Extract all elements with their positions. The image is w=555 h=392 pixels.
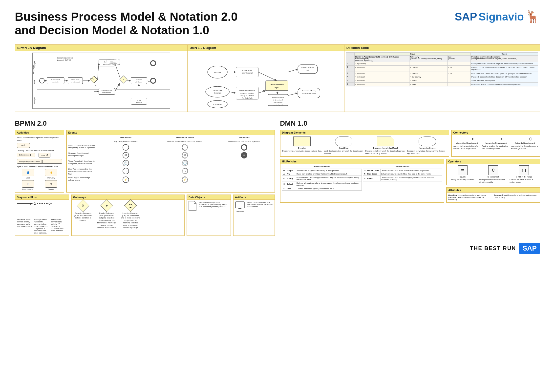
dt-row-4: 4 = individual = EU country Passport, pa…: [346, 75, 538, 79]
svg-rect-95: [235, 202, 244, 208]
sequence-flow-title: Sequence Flow: [15, 195, 69, 200]
info-req-connector: [459, 137, 474, 141]
gateways-title: Gateways: [72, 195, 184, 200]
svg-rect-20: [99, 88, 115, 95]
dmn-elements-grid: Decision Deter-mining a result value bas…: [282, 137, 447, 155]
svg-marker-101: [501, 138, 503, 140]
multiple-icon: |||: [41, 160, 43, 163]
svg-text:X: X: [123, 79, 124, 80]
svg-line-83: [258, 72, 277, 81]
reference-sections: BPMN 2.0 Activities Tasks: Activities wh…: [15, 119, 540, 238]
dmn-diagram-box: DMN 1.0 Diagram Amount Identification do…: [188, 45, 344, 112]
svg-text:Prevention of Money: Prevention of Money: [302, 90, 316, 92]
brand-tagline: THE BEST RUN: [470, 245, 516, 252]
svg-line-82: [230, 92, 236, 93]
svg-text:Decision requirements: Decision requirements: [57, 57, 73, 59]
sequence-flow-body: Sequence Flows connect events, gateways,…: [15, 200, 69, 235]
svg-text:Define decision: Define decision: [270, 83, 284, 85]
gateways-panel: Gateways ✕ Exclusive Gateways (XOR) are …: [71, 195, 185, 236]
svg-line-41: [98, 63, 99, 79]
svg-text:(AO): (AO): [306, 69, 310, 71]
bpmn-row2: Sequence Flow: [15, 195, 275, 236]
svg-text:Receive and: Receive and: [51, 79, 60, 80]
svg-point-54: [206, 86, 230, 97]
artifact-it-shape: [235, 201, 245, 210]
end-events-header: End Events: [215, 137, 273, 139]
svg-rect-9: [47, 78, 64, 84]
svg-text:Laundering Act (GwG): Laundering Act (GwG): [302, 93, 316, 94]
attributes-panel: Attributes Question: Issue with regards …: [446, 187, 540, 203]
data-objects-body: Data Objects represent information (docu…: [187, 200, 231, 212]
connectors-grid: Information Requirement represents the a…: [453, 137, 538, 150]
bpmn-svg: Employee Employee Bank Manager Receive a…: [17, 52, 186, 109]
bpmn-reference-section: BPMN 2.0 Activities Tasks: Activities wh…: [15, 119, 275, 238]
bpmn-row1: Activities Tasks: Activities which repre…: [15, 130, 275, 193]
range-operator: [..]: [519, 165, 529, 175]
svg-text:with §154 General: with §154 General: [240, 95, 254, 97]
flow-labels: Sequence Flows connect events, gateways,…: [17, 218, 67, 234]
operators-grid: = Equals Testing this equality of values…: [448, 165, 538, 183]
dmn-connectors-title: Connectors: [452, 130, 540, 135]
businessrule-task-shape: 📋: [22, 180, 34, 188]
artifacts-title: Artifacts: [234, 195, 275, 200]
svg-line-86: [288, 93, 298, 96]
bkm-shape: [377, 137, 394, 146]
operators-body: = Equals Testing this equality of values…: [447, 164, 540, 185]
dmn-elements-title: Diagram Elements: [280, 130, 449, 135]
data-objects-panel: Data Objects Data Objects represent info…: [187, 195, 231, 236]
svg-text:no: no: [95, 85, 96, 86]
dmn-reference-section: DMN 1.0 Diagram Elements Decision Deter-…: [280, 119, 540, 238]
loop-shape: Loop ↺: [39, 153, 50, 157]
decision-shape: [293, 137, 311, 146]
loop-icon: ↺: [46, 154, 48, 157]
svg-text:requirements: requirements: [102, 92, 111, 93]
dmn-diagram-title: DMN 1.0 Diagram: [188, 45, 344, 51]
svg-point-28: [151, 61, 156, 66]
dmn-elements-body: Decision Deter-mining a result value bas…: [280, 135, 449, 156]
svg-text:withdrawal: withdrawal: [135, 81, 142, 83]
subprocess-marker: +: [30, 154, 33, 156]
svg-text:Manager: Manager: [34, 97, 36, 104]
hit-policies-body: Individual results U Unique Just one rul…: [280, 164, 444, 192]
gateways-row: ✕ Exclusive Gateways (XOR) are used when…: [73, 201, 183, 229]
svg-text:Identity according: Identity according: [272, 97, 284, 98]
hit-policies-title: Hit Policies: [280, 159, 444, 164]
dmn-connectors-panel: Connectors Information Requirement repre…: [451, 130, 540, 157]
svg-point-91: [34, 203, 36, 205]
auth-req-connector: [517, 137, 532, 141]
artifacts-panel: Artifacts Test note Artifacts ar: [233, 195, 275, 236]
svg-text:record with-: record with-: [52, 81, 59, 83]
operators-title: Operators: [447, 159, 540, 164]
svg-text:Check Failed: Check Failed: [109, 63, 117, 64]
dmn-row2: Hit Policies Individual results U Unique…: [280, 159, 540, 203]
type-task-grid: 👤 User ✋ Manually 📋 Business rule ⚙: [17, 169, 62, 191]
svg-text:logic: logic: [275, 86, 279, 89]
svg-text:X: X: [93, 79, 94, 80]
dmn-connectors-body: Information Requirement represents the a…: [452, 135, 540, 151]
svg-text:approval: approval: [136, 102, 142, 103]
data-object-shape: [189, 201, 196, 211]
xor-gateway: ✕: [77, 199, 89, 212]
dt-row-6: 6 = individual = other Residence permit,…: [346, 82, 538, 86]
equals-operator: =: [458, 165, 468, 175]
know-req-connector: [488, 137, 503, 141]
seq-flow-svg: [17, 201, 66, 216]
events-panel-title: Events: [67, 130, 275, 135]
svg-text:document: document: [214, 92, 221, 94]
dmn-row1: Diagram Elements Decision Deter-mining a…: [280, 130, 540, 157]
task-shape: Task: [17, 143, 30, 148]
svg-rect-70: [298, 65, 318, 74]
decision-table-title: Decision Table: [344, 45, 540, 51]
hit-policies-cols: Individual results U Unique Just one rul…: [282, 165, 442, 191]
svg-text:Identification: Identification: [213, 90, 222, 91]
manually-task-shape: ✋: [45, 169, 57, 176]
data-objects-title: Data Objects: [187, 195, 231, 200]
subprocess-shape: Subprocess +: [17, 153, 35, 157]
hit-policies-panel: Hit Policies Individual results U Unique…: [280, 159, 444, 203]
dmn-section-title: DMN 1.0: [280, 119, 540, 127]
activities-panel: Activities Tasks: Activities which repre…: [15, 130, 64, 193]
svg-text:Grant: Grant: [137, 99, 141, 101]
svg-point-8: [40, 78, 44, 83]
svg-text:to §1 section 2: to §1 section 2: [273, 99, 283, 101]
top-diagrams-row: BPMN 2.0 Diagram Employee Employee Bank …: [15, 44, 540, 112]
